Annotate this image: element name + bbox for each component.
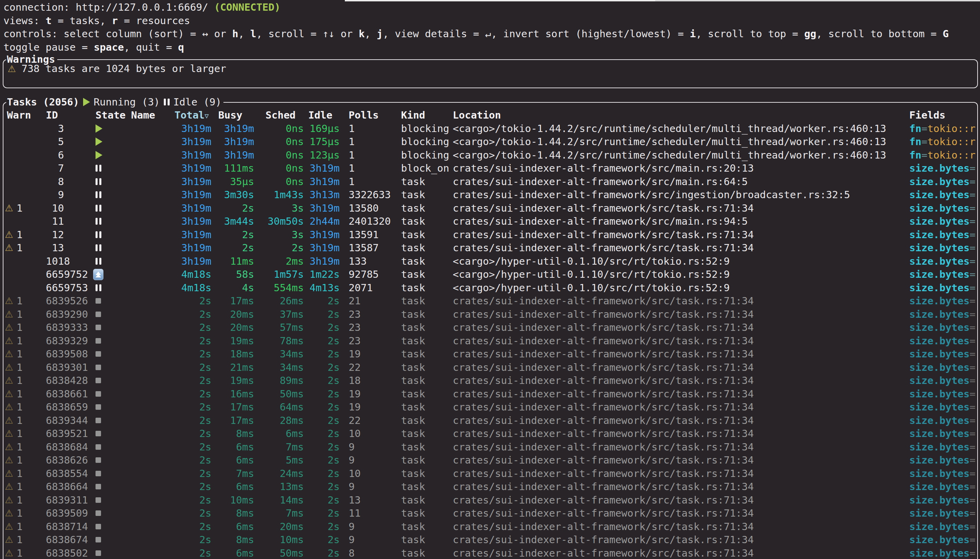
column-header-busy[interactable]: Busy [218,109,242,122]
task-fields: size.bytes= [909,547,975,559]
task-id: 6838502 [46,547,88,559]
column-header-id[interactable]: ID [46,109,58,122]
task-warning-icon: ⚠ [5,241,13,255]
task-polls: 1 [349,149,354,162]
idle-state-icon [96,188,101,202]
completed-state-icon [96,361,101,374]
task-id: 6839526 [46,294,88,308]
task-row[interactable]: ⚠168384282s19ms89ms2s18taskcrates/sui-in… [0,374,980,387]
task-id: 8 [46,175,64,189]
task-polls: 9 [349,453,354,467]
task-row[interactable]: 53h19m3h19m0ns175µs1blocking<cargo>/toki… [0,135,980,149]
task-row[interactable]: ⚠168395082s18ms34ms2s19taskcrates/sui-in… [0,347,980,361]
column-header-fields[interactable]: Fields [909,109,945,122]
task-row[interactable]: ⚠168386262s6ms5ms2s9taskcrates/sui-index… [0,453,980,467]
task-polls: 9 [349,520,354,534]
task-busy: 2s [206,241,254,255]
task-id: 6838684 [46,440,88,454]
task-row[interactable]: 93h19m3m30s1m43s3h13m3322633taskcrates/s… [0,188,980,202]
column-header-kind[interactable]: Kind [401,109,425,122]
task-busy: 17ms [206,414,254,427]
task-total: 2s [170,294,211,308]
task-idle: 2h44m [306,215,339,228]
column-header-name[interactable]: Name [131,109,155,122]
task-fields: fn=tokio::r [909,135,975,149]
column-header-warn[interactable]: Warn [7,109,31,122]
task-row[interactable]: ⚠168393292s19ms78ms2s23taskcrates/sui-in… [0,334,980,348]
task-row[interactable]: ⚠168393442s17ms28ms2s22taskcrates/sui-in… [0,414,980,427]
task-id: 7 [46,162,64,175]
task-row[interactable]: 113h19m3m44s30m50s2h44m2401320taskcrates… [0,215,980,228]
task-row[interactable]: ⚠168385022s6ms50ms2s8taskcrates/sui-inde… [0,547,980,559]
task-location: <cargo>/tokio-1.44.2/src/runtime/schedul… [453,135,886,149]
task-row[interactable]: ⚠1 123h19m2s3s3h19m13591taskcrates/sui-i… [0,228,980,241]
task-sched: 3s [256,202,304,215]
task-id: 10 [46,202,64,215]
task-location: crates/sui-indexer-alt-framework/src/mai… [453,215,748,228]
task-row[interactable]: 66597534m18s4s554ms4m13s2071task<cargo>/… [0,281,980,294]
task-id: 6839311 [46,493,88,507]
task-total: 2s [170,347,211,361]
column-header-state[interactable]: State [96,109,126,122]
task-sched: 2s [256,241,304,255]
task-sched: 0ns [256,149,304,162]
task-polls: 9 [349,533,354,547]
task-idle: 2s [306,440,339,454]
task-row[interactable]: 10183h19m11ms2ms3h19m133task<cargo>/hype… [0,255,980,268]
task-idle: 2s [306,427,339,440]
task-row[interactable]: ⚠168395212s8ms6ms2s10taskcrates/sui-inde… [0,427,980,440]
task-total: 2s [170,547,211,559]
task-row[interactable]: ⚠168392902s20ms37ms2s23taskcrates/sui-in… [0,308,980,321]
task-kind: task [401,175,425,189]
task-row[interactable]: 66597524m18s58s1m57s1m22s92785task<cargo… [0,268,980,281]
task-total: 2s [170,334,211,348]
task-location: crates/sui-indexer-alt-framework/src/tas… [453,294,754,308]
task-location: crates/sui-indexer-alt-framework/src/tas… [453,440,754,454]
task-warn-count: 1 [17,387,22,401]
task-warning-icon: ⚠ [5,533,13,547]
task-row[interactable]: ⚠168393112s10ms14ms2s13taskcrates/sui-in… [0,493,980,507]
task-row[interactable]: ⚠1 103h19m2s3s3h19m13580taskcrates/sui-i… [0,202,980,215]
task-polls: 13587 [349,241,379,255]
task-polls: 133 [349,255,367,268]
task-busy: 11ms [206,255,254,268]
column-header-sched[interactable]: Sched [265,109,296,122]
task-row[interactable]: ⚠168386612s16ms50ms2s19taskcrates/sui-in… [0,387,980,401]
task-busy: 6ms [206,453,254,467]
task-busy: 8ms [206,533,254,547]
task-row[interactable]: 83h19m35µs0ns3h19m1taskcrates/sui-indexe… [0,175,980,189]
task-kind: task [401,480,425,493]
task-id: 6839344 [46,414,88,427]
task-row[interactable]: ⚠168386742s8ms10ms2s9taskcrates/sui-inde… [0,533,980,547]
task-warning-icon: ⚠ [5,334,13,348]
task-polls: 8 [349,547,354,559]
task-row[interactable]: 73h19m111ms0ns3h19m1block_oncrates/sui-i… [0,162,980,175]
task-row[interactable]: ⚠1 133h19m2s2s3h19m13587taskcrates/sui-i… [0,241,980,255]
task-polls: 11 [349,507,361,520]
task-row[interactable]: ⚠168385542s7ms24ms2s10taskcrates/sui-ind… [0,467,980,480]
task-kind: task [401,520,425,534]
task-row[interactable]: ⚠168395092s8ms7ms2s11taskcrates/sui-inde… [0,507,980,520]
task-total: 2s [170,533,211,547]
running-state-icon [96,135,103,149]
task-row[interactable]: ⚠168393332s20ms57ms2s23taskcrates/sui-in… [0,321,980,334]
task-warning-icon: ⚠ [5,387,13,401]
task-fields: size.bytes= [909,414,975,427]
task-row[interactable]: ⚠168395262s17ms26ms2s21taskcrates/sui-in… [0,294,980,308]
task-sched: 14ms [256,493,304,507]
task-row[interactable]: ⚠168386642s6ms13ms2s9taskcrates/sui-inde… [0,480,980,493]
task-row[interactable]: ⚠168393012s21ms34ms2s22taskcrates/sui-in… [0,361,980,374]
column-header-idle[interactable]: Idle [308,109,333,122]
column-header-location[interactable]: Location [453,109,501,122]
task-row[interactable]: ⚠168387142s6ms20ms2s9taskcrates/sui-inde… [0,520,980,534]
task-row[interactable]: ⚠168386592s17ms64ms2s19taskcrates/sui-in… [0,400,980,414]
task-sched: 5ms [256,453,304,467]
task-row[interactable]: 33h19m3h19m0ns169µs1blocking<cargo>/toki… [0,122,980,136]
column-header-total[interactable]: Total▿ [174,109,209,123]
task-row[interactable]: 63h19m3h19m0ns123µs1blocking<cargo>/toki… [0,149,980,162]
task-kind: task [401,361,425,374]
task-idle: 2s [306,361,339,374]
task-row[interactable]: ⚠168386842s6ms7ms2s9taskcrates/sui-index… [0,440,980,454]
task-fields: size.bytes= [909,347,975,361]
column-header-polls[interactable]: Polls [349,109,379,122]
